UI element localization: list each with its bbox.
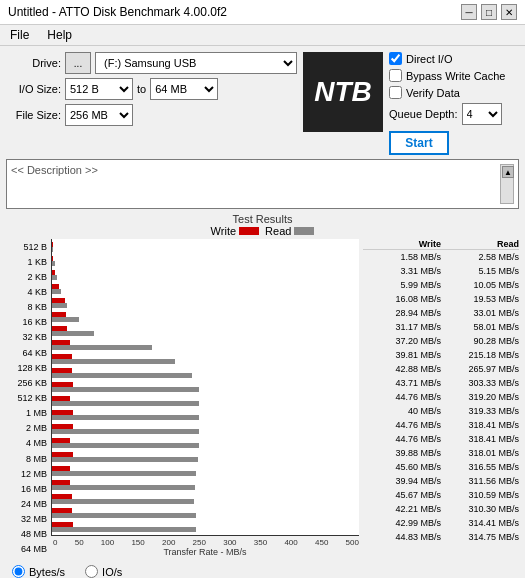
drive-select[interactable]: (F:) Samsung USB: [95, 52, 297, 74]
bar-row: [52, 366, 359, 380]
bytes-per-sec-label: Bytes/s: [29, 566, 65, 578]
verify-data-checkbox[interactable]: [389, 86, 402, 99]
data-row: 44.83 MB/s314.75 MB/s: [363, 530, 519, 544]
write-value: 44.76 MB/s: [363, 418, 441, 432]
data-row: 3.31 MB/s5.15 MB/s: [363, 264, 519, 278]
bar-row: [52, 310, 359, 324]
read-value: 58.01 MB/s: [441, 320, 519, 334]
row-label: 2 KB: [6, 270, 47, 284]
read-value: 10.05 MB/s: [441, 278, 519, 292]
data-row: 44.76 MB/s318.41 MB/s: [363, 418, 519, 432]
minimize-button[interactable]: ─: [461, 4, 477, 20]
data-row: 42.21 MB/s310.30 MB/s: [363, 502, 519, 516]
write-legend-color: [239, 227, 259, 235]
x-axis-tick: 250: [193, 538, 206, 547]
read-value: 5.15 MB/s: [441, 264, 519, 278]
write-value: 1.58 MB/s: [363, 250, 441, 264]
queue-depth-row: Queue Depth: 4: [389, 103, 519, 125]
title-bar: Untitled - ATTO Disk Benchmark 4.00.0f2 …: [0, 0, 525, 25]
bytes-per-sec-radio[interactable]: [12, 565, 25, 578]
write-value: 42.21 MB/s: [363, 502, 441, 516]
data-row: 43.71 MB/s303.33 MB/s: [363, 376, 519, 390]
io-size-sep: to: [137, 83, 146, 95]
queue-depth-select[interactable]: 4: [462, 103, 502, 125]
x-axis-tick: 150: [131, 538, 144, 547]
row-label: 1 MB: [6, 406, 47, 420]
x-axis-tick: 350: [254, 538, 267, 547]
read-value: 310.30 MB/s: [441, 502, 519, 516]
bar-row: [52, 506, 359, 520]
data-row: 39.88 MB/s318.01 MB/s: [363, 446, 519, 460]
left-controls: Drive: ... (F:) Samsung USB I/O Size: 51…: [6, 52, 297, 155]
read-bar: [52, 303, 67, 308]
description-text[interactable]: << Description >>: [11, 164, 98, 176]
io-size-from-select[interactable]: 512 B: [65, 78, 133, 100]
read-bar: [52, 275, 57, 280]
write-value: 44.76 MB/s: [363, 390, 441, 404]
close-button[interactable]: ✕: [501, 4, 517, 20]
drive-row: Drive: ... (F:) Samsung USB: [6, 52, 297, 74]
file-size-row: File Size: 256 MB: [6, 104, 297, 126]
read-value: 314.75 MB/s: [441, 530, 519, 544]
data-row: 40 MB/s319.33 MB/s: [363, 404, 519, 418]
bar-row: [52, 520, 359, 534]
bar-row: [52, 380, 359, 394]
file-size-select[interactable]: 256 MB: [65, 104, 133, 126]
write-legend-label: Write: [211, 225, 236, 237]
bar-row: [52, 352, 359, 366]
read-value: 314.41 MB/s: [441, 516, 519, 530]
row-label: 512 B: [6, 240, 47, 254]
row-label: 4 MB: [6, 436, 47, 450]
menu-help[interactable]: Help: [43, 27, 76, 43]
bar-row: [52, 436, 359, 450]
row-label: 8 MB: [6, 452, 47, 466]
read-value: 19.53 MB/s: [441, 292, 519, 306]
write-value: 39.94 MB/s: [363, 474, 441, 488]
write-value: 28.94 MB/s: [363, 306, 441, 320]
bar-row: [52, 268, 359, 282]
read-bar: [52, 289, 61, 294]
bar-row: [52, 324, 359, 338]
bar-row: [52, 394, 359, 408]
bar-row: [52, 478, 359, 492]
x-axis-tick: 300: [223, 538, 236, 547]
row-label: 48 MB: [6, 527, 47, 541]
x-axis: 050100150200250300350400450500: [51, 536, 359, 547]
read-value: 33.01 MB/s: [441, 306, 519, 320]
bar-row: [52, 408, 359, 422]
data-rows: 1.58 MB/s2.58 MB/s3.31 MB/s5.15 MB/s5.99…: [363, 250, 519, 544]
read-bar: [52, 485, 195, 490]
x-axis-tick: 450: [315, 538, 328, 547]
read-bar: [52, 261, 55, 266]
read-bar: [52, 317, 79, 322]
data-row: 39.81 MB/s215.18 MB/s: [363, 348, 519, 362]
write-value: 31.17 MB/s: [363, 320, 441, 334]
read-value: 318.41 MB/s: [441, 432, 519, 446]
drive-label: Drive:: [6, 57, 61, 69]
start-button[interactable]: Start: [389, 131, 449, 155]
read-bar: [52, 443, 199, 448]
io-size-row: I/O Size: 512 B to 64 MB: [6, 78, 297, 100]
write-value: 5.99 MB/s: [363, 278, 441, 292]
bypass-write-cache-checkbox[interactable]: [389, 69, 402, 82]
data-row: 37.20 MB/s90.28 MB/s: [363, 334, 519, 348]
window-controls: ─ □ ✕: [461, 4, 517, 20]
read-legend-label: Read: [265, 225, 291, 237]
chart-legend: Write Read: [6, 225, 519, 237]
description-box: << Description >> ▲: [6, 159, 519, 209]
bar-row: [52, 422, 359, 436]
io-size-to-select[interactable]: 64 MB: [150, 78, 218, 100]
io-per-sec-radio[interactable]: [85, 565, 98, 578]
read-value: 316.55 MB/s: [441, 460, 519, 474]
maximize-button[interactable]: □: [481, 4, 497, 20]
bar-row: [52, 296, 359, 310]
direct-io-checkbox[interactable]: [389, 52, 402, 65]
verify-data-row: Verify Data: [389, 86, 519, 99]
browse-button[interactable]: ...: [65, 52, 91, 74]
bar-row: [52, 450, 359, 464]
data-row: 44.76 MB/s318.41 MB/s: [363, 432, 519, 446]
menu-file[interactable]: File: [6, 27, 33, 43]
scroll-up-button[interactable]: ▲: [502, 166, 514, 178]
write-value: 42.99 MB/s: [363, 516, 441, 530]
x-axis-tick: 400: [284, 538, 297, 547]
